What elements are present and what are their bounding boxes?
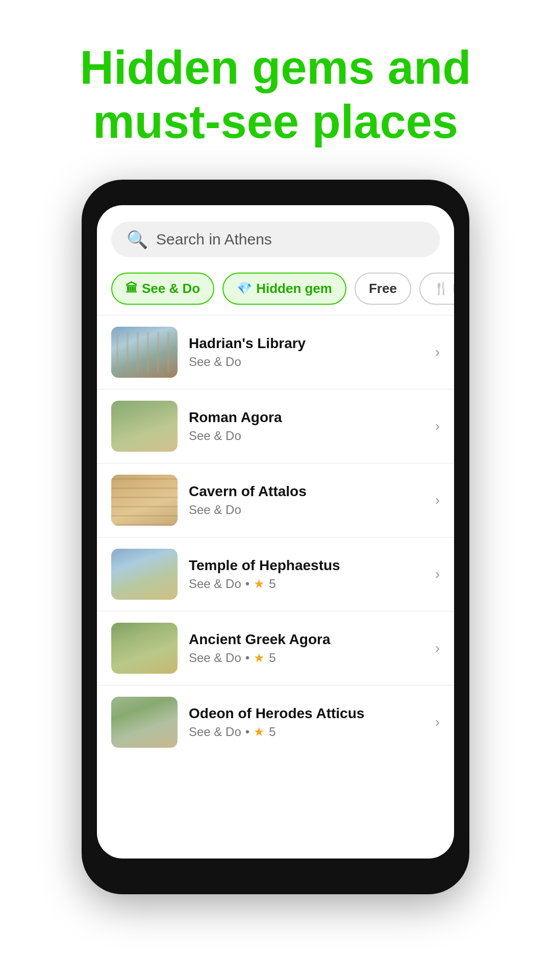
place-name: Ancient Greek Agora [189, 631, 424, 648]
dot-separator: • [245, 577, 249, 591]
place-image [111, 401, 178, 452]
chip-see-do[interactable]: 🏛 See & Do [111, 273, 214, 305]
place-name: Hadrian's Library [189, 335, 424, 352]
list-item[interactable]: Hadrian's Library See & Do › [97, 315, 454, 389]
chevron-right-icon: › [435, 492, 440, 508]
place-info: Ancient Greek Agora See & Do • ★ 5 [189, 631, 424, 665]
place-thumbnail [111, 549, 178, 600]
hero-title: Hidden gems and must-see places [0, 0, 551, 180]
dot-separator: • [245, 651, 249, 665]
eat-icon: 🍴 [434, 281, 449, 296]
place-category: See & Do [189, 429, 424, 443]
chevron-right-icon: › [435, 418, 440, 434]
place-category: See & Do • ★ 5 [189, 577, 424, 591]
place-thumbnail [111, 327, 178, 378]
chevron-right-icon: › [435, 566, 440, 582]
place-image [111, 697, 178, 748]
place-name: Cavern of Attalos [189, 483, 424, 500]
list-item[interactable]: Ancient Greek Agora See & Do • ★ 5 › [97, 611, 454, 685]
search-placeholder: Search in Athens [156, 231, 272, 248]
phone-wrapper: 🔍 Search in Athens 🏛 See & Do 💎 Hidden g… [0, 180, 551, 894]
rating-value: 5 [269, 577, 276, 591]
rating-value: 5 [269, 725, 276, 739]
dot-separator: • [245, 725, 249, 739]
place-thumbnail [111, 401, 178, 452]
place-info: Odeon of Herodes Atticus See & Do • ★ 5 [189, 705, 424, 739]
list-item[interactable]: Temple of Hephaestus See & Do • ★ 5 › [97, 537, 454, 611]
chip-eat-label: Eat [453, 281, 454, 297]
list-item[interactable]: Cavern of Attalos See & Do › [97, 463, 454, 537]
star-icon: ★ [254, 725, 265, 739]
chevron-right-icon: › [435, 344, 440, 360]
place-info: Roman Agora See & Do [189, 409, 424, 443]
place-category: See & Do • ★ 5 [189, 651, 424, 665]
phone-frame: 🔍 Search in Athens 🏛 See & Do 💎 Hidden g… [82, 180, 469, 894]
place-info: Cavern of Attalos See & Do [189, 483, 424, 517]
search-bar[interactable]: 🔍 Search in Athens [111, 222, 440, 257]
see-do-icon: 🏛 [126, 281, 138, 296]
place-name: Roman Agora [189, 409, 424, 426]
place-image [111, 549, 178, 600]
hidden-gem-icon: 💎 [237, 281, 252, 296]
chip-free-label: Free [369, 281, 397, 297]
search-icon: 🔍 [127, 231, 148, 248]
star-icon: ★ [254, 577, 265, 591]
place-thumbnail [111, 623, 178, 674]
chip-eat[interactable]: 🍴 Eat [419, 273, 454, 305]
star-icon: ★ [254, 651, 265, 665]
chip-hidden-gem-label: Hidden gem [256, 281, 332, 297]
place-category: See & Do • ★ 5 [189, 725, 424, 739]
chevron-right-icon: › [435, 640, 440, 656]
filter-chips-row: 🏛 See & Do 💎 Hidden gem Free 🍴 Eat 👜 Sh.… [97, 267, 454, 315]
place-name: Temple of Hephaestus [189, 557, 424, 574]
place-image [111, 327, 178, 378]
place-category: See & Do [189, 355, 424, 369]
place-info: Hadrian's Library See & Do [189, 335, 424, 369]
place-info: Temple of Hephaestus See & Do • ★ 5 [189, 557, 424, 591]
list-item[interactable]: Roman Agora See & Do › [97, 389, 454, 463]
chip-hidden-gem[interactable]: 💎 Hidden gem [222, 273, 346, 305]
place-category: See & Do [189, 503, 424, 517]
list-item[interactable]: Odeon of Herodes Atticus See & Do • ★ 5 … [97, 685, 454, 759]
place-thumbnail [111, 697, 178, 748]
place-image [111, 623, 178, 674]
place-list: Hadrian's Library See & Do › Roman Agora [97, 315, 454, 759]
chip-see-do-label: See & Do [142, 281, 200, 297]
chevron-right-icon: › [435, 714, 440, 730]
search-bar-container: 🔍 Search in Athens [97, 205, 454, 267]
phone-screen: 🔍 Search in Athens 🏛 See & Do 💎 Hidden g… [97, 205, 454, 859]
place-name: Odeon of Herodes Atticus [189, 705, 424, 722]
place-thumbnail [111, 475, 178, 526]
place-image [111, 475, 178, 526]
rating-value: 5 [269, 651, 276, 665]
chip-free[interactable]: Free [355, 273, 411, 305]
